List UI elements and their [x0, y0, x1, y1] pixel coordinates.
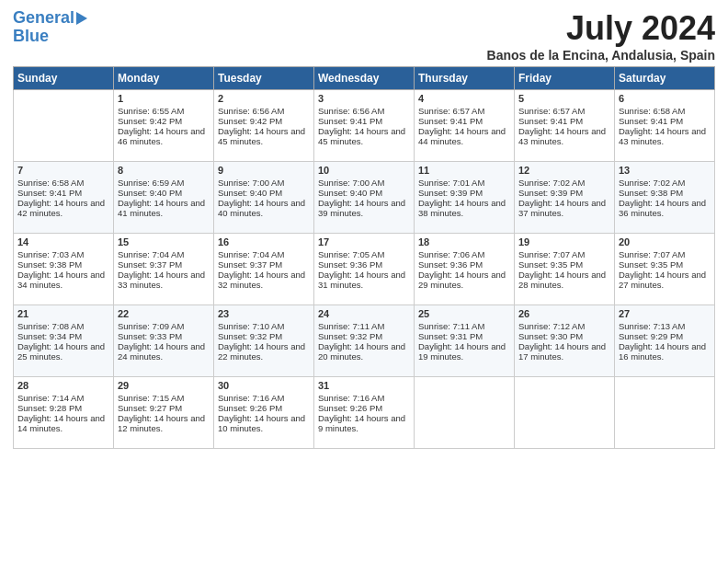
day-cell: 22Sunrise: 7:09 AMSunset: 9:33 PMDayligh…	[114, 305, 214, 377]
col-tuesday: Tuesday	[214, 67, 314, 90]
day-cell: 17Sunrise: 7:05 AMSunset: 9:36 PMDayligh…	[314, 234, 415, 305]
day-cell	[615, 377, 715, 449]
daylight-text: Daylight: 14 hours and 22 minutes.	[218, 341, 305, 362]
day-cell: 27Sunrise: 7:13 AMSunset: 9:29 PMDayligh…	[615, 305, 715, 377]
day-cell: 20Sunrise: 7:07 AMSunset: 9:35 PMDayligh…	[615, 234, 715, 305]
week-row-1: 7Sunrise: 6:58 AMSunset: 9:41 PMDaylight…	[14, 162, 715, 234]
day-number: 22	[118, 308, 210, 319]
daylight-text: Daylight: 14 hours and 44 minutes.	[418, 126, 506, 146]
sunset-text: Sunset: 9:26 PM	[218, 403, 282, 413]
sunrise-text: Sunrise: 7:10 AM	[218, 321, 284, 331]
daylight-text: Daylight: 14 hours and 25 minutes.	[17, 341, 105, 362]
day-cell: 6Sunrise: 6:58 AMSunset: 9:41 PMDaylight…	[615, 90, 715, 162]
daylight-text: Daylight: 14 hours and 45 minutes.	[318, 126, 405, 146]
daylight-text: Daylight: 14 hours and 31 minutes.	[318, 270, 405, 290]
sunset-text: Sunset: 9:29 PM	[619, 331, 683, 341]
sunrise-text: Sunrise: 7:05 AM	[318, 249, 384, 259]
day-number: 26	[518, 308, 610, 319]
day-cell: 28Sunrise: 7:14 AMSunset: 9:28 PMDayligh…	[14, 377, 114, 449]
sunrise-text: Sunrise: 7:01 AM	[418, 178, 484, 188]
daylight-text: Daylight: 14 hours and 32 minutes.	[218, 270, 305, 290]
day-number: 5	[518, 93, 610, 104]
logo-arrow-icon	[76, 12, 87, 25]
sunset-text: Sunset: 9:39 PM	[418, 188, 483, 198]
day-cell: 13Sunrise: 7:02 AMSunset: 9:38 PMDayligh…	[615, 162, 715, 234]
sunrise-text: Sunrise: 7:07 AM	[619, 249, 685, 259]
sunrise-text: Sunrise: 6:56 AM	[218, 106, 284, 116]
day-cell	[415, 377, 515, 449]
day-number: 18	[418, 236, 510, 247]
sunset-text: Sunset: 9:42 PM	[218, 116, 282, 126]
day-cell: 14Sunrise: 7:03 AMSunset: 9:38 PMDayligh…	[14, 234, 114, 305]
day-cell: 2Sunrise: 6:56 AMSunset: 9:42 PMDaylight…	[214, 90, 314, 162]
col-sunday: Sunday	[14, 67, 114, 90]
sunset-text: Sunset: 9:41 PM	[17, 188, 82, 198]
col-friday: Friday	[515, 67, 615, 90]
sunset-text: Sunset: 9:36 PM	[318, 259, 382, 270]
sunset-text: Sunset: 9:37 PM	[218, 259, 282, 270]
day-cell: 31Sunrise: 7:16 AMSunset: 9:26 PMDayligh…	[314, 377, 415, 449]
day-cell	[515, 377, 615, 449]
sunrise-text: Sunrise: 7:00 AM	[318, 178, 384, 188]
sunrise-text: Sunrise: 7:15 AM	[118, 393, 184, 403]
title-block: July 2024 Banos de la Encina, Andalusia,…	[487, 9, 715, 63]
month-year-title: July 2024	[487, 9, 715, 48]
location-subtitle: Banos de la Encina, Andalusia, Spain	[487, 48, 715, 63]
day-number: 10	[318, 165, 410, 176]
week-row-0: 1Sunrise: 6:55 AMSunset: 9:42 PMDaylight…	[14, 90, 715, 162]
day-number: 3	[318, 93, 410, 104]
daylight-text: Daylight: 14 hours and 42 minutes.	[17, 198, 105, 218]
sunset-text: Sunset: 9:31 PM	[418, 331, 483, 341]
sunset-text: Sunset: 9:35 PM	[518, 259, 583, 270]
calendar-table: Sunday Monday Tuesday Wednesday Thursday…	[13, 66, 715, 449]
week-row-3: 21Sunrise: 7:08 AMSunset: 9:34 PMDayligh…	[14, 305, 715, 377]
day-number: 23	[218, 308, 310, 319]
daylight-text: Daylight: 14 hours and 20 minutes.	[318, 341, 405, 362]
sunrise-text: Sunrise: 6:57 AM	[418, 106, 484, 116]
day-number: 8	[118, 165, 210, 176]
day-number: 1	[118, 93, 210, 104]
sunset-text: Sunset: 9:26 PM	[318, 403, 382, 413]
daylight-text: Daylight: 14 hours and 38 minutes.	[418, 198, 506, 218]
day-cell: 16Sunrise: 7:04 AMSunset: 9:37 PMDayligh…	[214, 234, 314, 305]
daylight-text: Daylight: 14 hours and 37 minutes.	[518, 198, 606, 218]
day-number: 27	[619, 308, 711, 319]
sunset-text: Sunset: 9:38 PM	[619, 188, 683, 198]
logo: General Blue	[13, 9, 87, 46]
sunrise-text: Sunrise: 6:57 AM	[518, 106, 585, 116]
day-cell: 24Sunrise: 7:11 AMSunset: 9:32 PMDayligh…	[314, 305, 415, 377]
sunset-text: Sunset: 9:41 PM	[318, 116, 382, 126]
sunset-text: Sunset: 9:32 PM	[318, 331, 382, 341]
sunrise-text: Sunrise: 7:03 AM	[17, 249, 84, 259]
day-cell: 3Sunrise: 6:56 AMSunset: 9:41 PMDaylight…	[314, 90, 415, 162]
sunset-text: Sunset: 9:41 PM	[619, 116, 683, 126]
day-cell: 7Sunrise: 6:58 AMSunset: 9:41 PMDaylight…	[14, 162, 114, 234]
daylight-text: Daylight: 14 hours and 43 minutes.	[518, 126, 606, 146]
day-cell: 26Sunrise: 7:12 AMSunset: 9:30 PMDayligh…	[515, 305, 615, 377]
daylight-text: Daylight: 14 hours and 46 minutes.	[118, 126, 205, 146]
sunset-text: Sunset: 9:30 PM	[518, 331, 583, 341]
page-header: General Blue July 2024 Banos de la Encin…	[13, 9, 715, 63]
day-number: 31	[318, 380, 410, 391]
day-number: 20	[619, 236, 711, 247]
day-cell: 18Sunrise: 7:06 AMSunset: 9:36 PMDayligh…	[415, 234, 515, 305]
col-wednesday: Wednesday	[314, 67, 415, 90]
day-number: 4	[418, 93, 510, 104]
day-cell: 23Sunrise: 7:10 AMSunset: 9:32 PMDayligh…	[214, 305, 314, 377]
sunrise-text: Sunrise: 6:56 AM	[318, 106, 384, 116]
sunrise-text: Sunrise: 7:04 AM	[118, 249, 184, 259]
sunset-text: Sunset: 9:35 PM	[619, 259, 683, 270]
day-cell: 4Sunrise: 6:57 AMSunset: 9:41 PMDaylight…	[415, 90, 515, 162]
daylight-text: Daylight: 14 hours and 41 minutes.	[118, 198, 205, 218]
sunset-text: Sunset: 9:40 PM	[218, 188, 282, 198]
sunset-text: Sunset: 9:41 PM	[518, 116, 583, 126]
sunset-text: Sunset: 9:32 PM	[218, 331, 282, 341]
logo-text: General	[13, 9, 74, 28]
sunrise-text: Sunrise: 7:09 AM	[118, 321, 184, 331]
daylight-text: Daylight: 14 hours and 28 minutes.	[518, 270, 606, 290]
day-number: 24	[318, 308, 410, 319]
daylight-text: Daylight: 14 hours and 12 minutes.	[118, 413, 205, 433]
sunset-text: Sunset: 9:34 PM	[17, 331, 82, 341]
sunset-text: Sunset: 9:37 PM	[118, 259, 182, 270]
day-cell: 5Sunrise: 6:57 AMSunset: 9:41 PMDaylight…	[515, 90, 615, 162]
